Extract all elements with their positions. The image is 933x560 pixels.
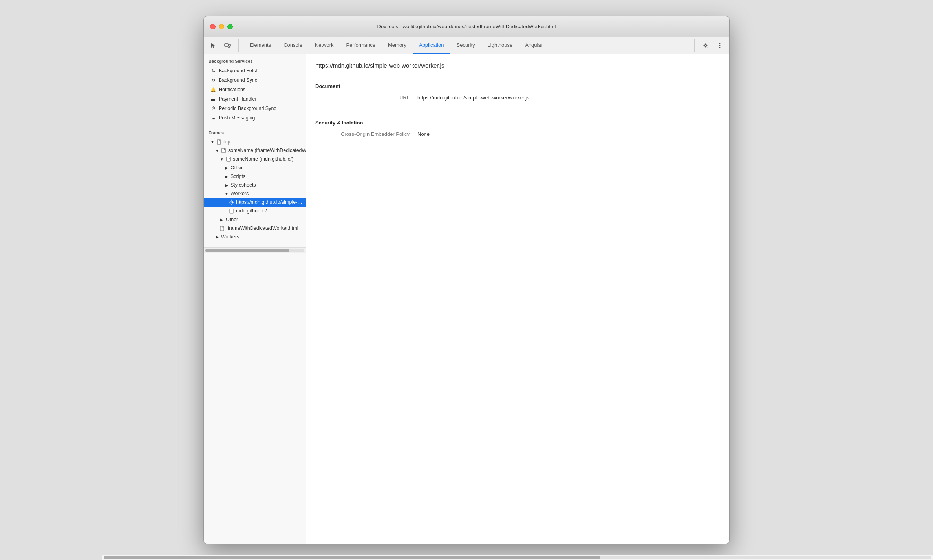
arrow-right-icon: ▶: [220, 217, 224, 222]
tree-item-label: iframeWithDedicatedWorker.html: [227, 225, 298, 231]
arrow-down-icon: ▼: [215, 148, 220, 153]
detail-section-document: Document URL https://mdn.github.io/simpl…: [306, 75, 729, 112]
tab-performance[interactable]: Performance: [340, 37, 382, 54]
minimize-button[interactable]: [219, 24, 224, 29]
tree-item-mdn-github[interactable]: mdn.github.io/: [204, 207, 306, 215]
tree-item-label: someName (mdn.github.io/): [233, 156, 293, 162]
tab-console[interactable]: Console: [277, 37, 309, 54]
tree-item-worker-url[interactable]: https://mdn.github.io/simple-web-worker: [204, 198, 306, 207]
detail-row-url: URL https://mdn.github.io/simple-web-wor…: [315, 95, 720, 101]
tree-item-label: https://mdn.github.io/simple-web-worker: [236, 199, 302, 205]
tree-item-label: top: [223, 139, 230, 145]
svg-rect-1: [229, 44, 230, 46]
payment-handler-icon: ▬: [210, 96, 216, 102]
gear-worker-icon: [229, 199, 234, 205]
toolbar-icons: [207, 39, 239, 52]
detail-value-url: https://mdn.github.io/simple-web-worker/…: [417, 95, 529, 101]
detail-header: https://mdn.github.io/simple-web-worker/…: [306, 54, 729, 75]
scrollbar-thumb: [205, 249, 289, 252]
section-security-title: Security & Isolation: [315, 120, 720, 126]
svg-rect-7: [222, 148, 225, 153]
frames-title: Frames: [204, 126, 306, 137]
sidebar-item-push-messaging[interactable]: ☁ Push Messaging: [204, 113, 306, 123]
tree-item-label: Other: [231, 165, 243, 170]
detail-section-security: Security & Isolation Cross-Origin Embedd…: [306, 112, 729, 148]
sidebar-item-label: Payment Handler: [219, 96, 257, 102]
tree-item-other-1[interactable]: ▶ Other: [204, 163, 306, 172]
detail-value-coep: None: [417, 131, 430, 137]
tab-elements[interactable]: Elements: [243, 37, 277, 54]
sidebar-item-payment-handler[interactable]: ▬ Payment Handler: [204, 94, 306, 104]
arrow-down-icon: ▼: [210, 139, 215, 144]
close-button[interactable]: [210, 24, 216, 29]
sidebar-scrollbar[interactable]: [204, 247, 306, 253]
detail-key-coep: Cross-Origin Embedder Policy: [315, 131, 417, 137]
main-content: Background Services ⇅ Background Fetch ↻…: [204, 54, 729, 544]
tab-lighthouse[interactable]: Lighthouse: [481, 37, 519, 54]
tree-item-top[interactable]: ▼ top: [204, 137, 306, 146]
toolbar: Elements Console Network Performance Mem…: [204, 37, 729, 54]
svg-point-3: [719, 43, 721, 44]
fullscreen-button[interactable]: [227, 24, 233, 29]
sidebar-item-periodic-background-sync[interactable]: ⏱ Periodic Background Sync: [204, 104, 306, 113]
svg-rect-6: [217, 140, 221, 144]
sidebar-item-background-sync[interactable]: ↻ Background Sync: [204, 75, 306, 85]
background-sync-icon: ↻: [210, 77, 216, 83]
device-toolbar-icon[interactable]: [221, 39, 234, 52]
detail-key-url: URL: [315, 95, 417, 101]
section-document-title: Document: [315, 83, 720, 89]
arrow-right-icon: ▶: [224, 165, 229, 170]
tree-item-label: Workers: [231, 191, 249, 196]
arrow-right-icon: ▶: [215, 234, 220, 239]
frame-icon: [216, 139, 222, 145]
tree-item-somename-mdn[interactable]: ▼ someName (mdn.github.io/): [204, 155, 306, 163]
sidebar-item-background-fetch[interactable]: ⇅ Background Fetch: [204, 66, 306, 75]
window-title: DevTools - wolfib.github.io/web-demos/ne…: [377, 24, 556, 29]
devtools-window: DevTools - wolfib.github.io/web-demos/ne…: [203, 16, 730, 544]
tree-item-label: Scripts: [231, 174, 245, 179]
detail-url: https://mdn.github.io/simple-web-worker/…: [315, 62, 720, 69]
tree-item-workers-1[interactable]: ▼ Workers: [204, 189, 306, 198]
traffic-lights: [210, 24, 233, 29]
svg-rect-0: [225, 44, 228, 46]
tree-item-label: Stylesheets: [231, 182, 256, 188]
tabs-bar: Elements Console Network Performance Mem…: [243, 37, 694, 54]
document-icon: [220, 225, 225, 231]
sidebar-item-label: Background Sync: [219, 77, 257, 83]
arrow-down-icon: ▼: [220, 157, 224, 161]
sidebar-item-label: Background Fetch: [219, 68, 258, 73]
document-icon: [229, 208, 234, 214]
tree-item-label: someName (iframeWithDedicatedWorker.html…: [228, 148, 306, 153]
tree-item-scripts[interactable]: ▶ Scripts: [204, 172, 306, 181]
tree-item-label: mdn.github.io/: [236, 208, 267, 214]
frame-icon: [221, 148, 227, 153]
sidebar-item-label: Periodic Background Sync: [219, 106, 276, 111]
tree-item-iframe-doc[interactable]: iframeWithDedicatedWorker.html: [204, 224, 306, 232]
tree-item-stylesheets[interactable]: ▶ Stylesheets: [204, 181, 306, 189]
detail-row-coep: Cross-Origin Embedder Policy None: [315, 131, 720, 137]
tree-item-workers-2[interactable]: ▶ Workers: [204, 232, 306, 241]
periodic-sync-icon: ⏱: [210, 105, 216, 112]
arrow-right-icon: ▶: [224, 174, 229, 179]
tree-item-other-2[interactable]: ▶ Other: [204, 215, 306, 224]
sidebar: Background Services ⇅ Background Fetch ↻…: [204, 54, 306, 544]
toolbar-right: [694, 39, 726, 52]
tab-security[interactable]: Security: [450, 37, 481, 54]
sidebar-item-label: Notifications: [219, 87, 245, 92]
cursor-icon[interactable]: [207, 39, 220, 52]
arrow-right-icon: ▶: [224, 183, 229, 187]
tab-memory[interactable]: Memory: [382, 37, 413, 54]
tab-application[interactable]: Application: [413, 37, 450, 54]
tab-angular[interactable]: Angular: [519, 37, 549, 54]
sidebar-item-notifications[interactable]: 🔔 Notifications: [204, 85, 306, 94]
notifications-icon: 🔔: [210, 86, 216, 93]
arrow-down-icon: ▼: [224, 191, 229, 196]
svg-rect-8: [227, 157, 230, 161]
svg-rect-11: [230, 209, 233, 213]
tree-item-label: Other: [226, 217, 238, 222]
tab-network[interactable]: Network: [309, 37, 340, 54]
more-options-button[interactable]: [713, 39, 726, 52]
detail-panel: https://mdn.github.io/simple-web-worker/…: [306, 54, 729, 544]
settings-button[interactable]: [699, 39, 712, 52]
tree-item-somename-iframe[interactable]: ▼ someName (iframeWithDedicatedWorker.ht…: [204, 146, 306, 155]
